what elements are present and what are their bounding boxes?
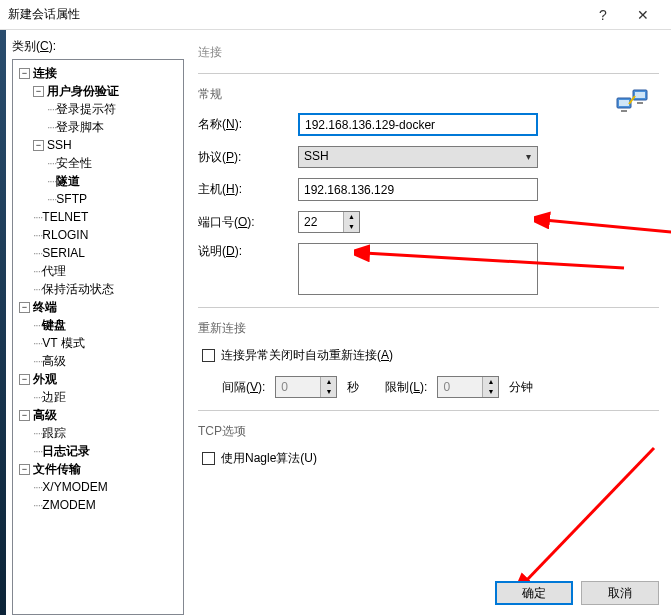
tree-trace[interactable]: ····跟踪 [15,424,181,442]
tree-proxy[interactable]: ····代理 [15,262,181,280]
tree-keyboard[interactable]: ····键盘 [15,316,181,334]
collapse-icon[interactable]: − [33,140,44,151]
reconnect-checkbox[interactable] [202,349,215,362]
tree-ssh[interactable]: −SSH [15,136,181,154]
reconnect-check-label: 连接异常关闭时自动重新连接(A) [221,347,393,364]
tree-advanced2[interactable]: −高级 [15,406,181,424]
tree-tunnel[interactable]: ····隧道 [15,172,181,190]
port-label: 端口号(O): [198,214,298,231]
tree-terminal[interactable]: −终端 [15,298,181,316]
svg-rect-4 [621,110,627,112]
nagle-checkbox[interactable] [202,452,215,465]
desc-label: 说明(D): [198,243,298,260]
category-tree[interactable]: −连接 −用户身份验证 ····登录提示符 ····登录脚本 −SSH ····… [12,59,184,615]
help-button[interactable]: ? [583,7,623,23]
svg-rect-2 [619,100,629,106]
name-label: 名称(N): [198,116,298,133]
nagle-checkbox-row[interactable]: 使用Nagle算法(U) [202,450,659,467]
tree-appearance[interactable]: −外观 [15,370,181,388]
reconnect-checkbox-row[interactable]: 连接异常关闭时自动重新连接(A) [202,347,659,364]
host-label: 主机(H): [198,181,298,198]
minutes-label: 分钟 [509,379,533,396]
tree-connection[interactable]: −连接 [15,64,181,82]
collapse-icon[interactable]: − [19,464,30,475]
desc-textarea[interactable] [298,243,538,295]
collapse-icon[interactable]: − [33,86,44,97]
tree-security[interactable]: ····安全性 [15,154,181,172]
port-spinner[interactable]: ▲▼ [298,211,360,233]
window-title: 新建会话属性 [8,6,583,23]
svg-line-8 [524,448,654,583]
interval-label: 间隔(V): [222,379,265,396]
category-label: 类别(C): [12,38,184,55]
tree-sftp[interactable]: ····SFTP [15,190,181,208]
group-tcp: TCP选项 [198,417,659,440]
spin-down-icon: ▼ [483,387,498,397]
tree-auth[interactable]: −用户身份验证 [15,82,181,100]
interval-input [276,377,320,397]
protocol-select[interactable]: SSH ▾ [298,146,538,168]
tree-zmodem[interactable]: ····ZMODEM [15,496,181,514]
group-reconnect: 重新连接 [198,314,659,337]
tree-telnet[interactable]: ····TELNET [15,208,181,226]
collapse-icon[interactable]: − [19,68,30,79]
tree-rlogin[interactable]: ····RLOGIN [15,226,181,244]
page-heading: 连接 [198,44,659,61]
group-general: 常规 [198,80,659,103]
network-icon [615,86,649,116]
port-input[interactable] [299,212,343,232]
tree-log[interactable]: ····日志记录 [15,442,181,460]
name-input[interactable] [298,113,538,136]
tree-margin[interactable]: ····边距 [15,388,181,406]
collapse-icon[interactable]: − [19,410,30,421]
interval-spinner: ▲▼ [275,376,337,398]
spin-down-icon: ▼ [321,387,336,397]
ok-button[interactable]: 确定 [495,581,573,605]
seconds-label: 秒 [347,379,359,396]
nagle-check-label: 使用Nagle算法(U) [221,450,317,467]
tree-advanced[interactable]: ····高级 [15,352,181,370]
limit-spinner: ▲▼ [437,376,499,398]
tree-vtmode[interactable]: ····VT 模式 [15,334,181,352]
spin-down-icon[interactable]: ▼ [344,222,359,232]
collapse-icon[interactable]: − [19,302,30,313]
tree-keepalive[interactable]: ····保持活动状态 [15,280,181,298]
close-button[interactable]: ✕ [623,7,663,23]
tree-login-script[interactable]: ····登录脚本 [15,118,181,136]
collapse-icon[interactable]: − [19,374,30,385]
svg-rect-3 [635,92,645,98]
svg-rect-5 [637,102,643,104]
host-input[interactable] [298,178,538,201]
tree-login-prompt[interactable]: ····登录提示符 [15,100,181,118]
spin-up-icon: ▲ [321,377,336,387]
titlebar: 新建会话属性 ? ✕ [0,0,671,30]
tree-xymodem[interactable]: ····X/YMODEM [15,478,181,496]
limit-label: 限制(L): [385,379,427,396]
tree-serial[interactable]: ····SERIAL [15,244,181,262]
protocol-label: 协议(P): [198,149,298,166]
chevron-down-icon: ▾ [526,151,531,162]
tree-ftp[interactable]: −文件传输 [15,460,181,478]
cancel-button[interactable]: 取消 [581,581,659,605]
spin-up-icon[interactable]: ▲ [344,212,359,222]
limit-input [438,377,482,397]
spin-up-icon: ▲ [483,377,498,387]
